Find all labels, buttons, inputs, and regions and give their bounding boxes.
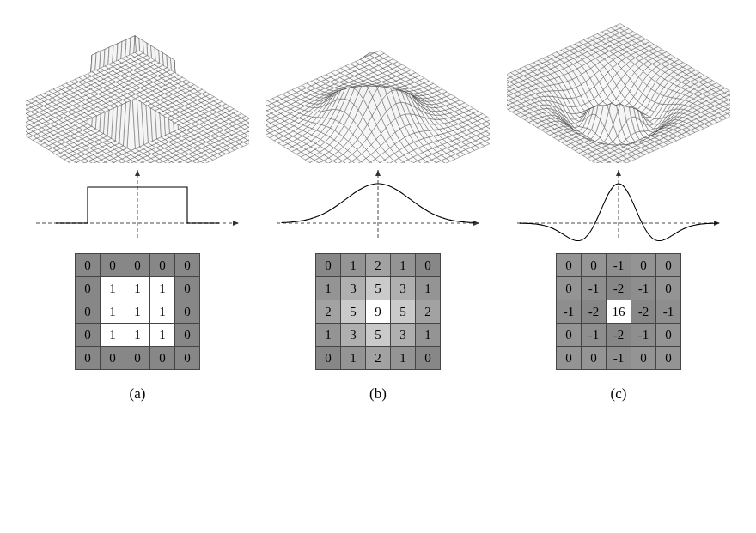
kernel-cell: 1 [341,347,366,370]
kernel-cell: -2 [607,277,631,300]
kernel-cell: 0 [656,254,681,277]
kernel-cell: 0 [175,300,200,324]
kernel-cell: 9 [366,300,391,324]
kernel-cell: 1 [316,277,341,300]
kernel-cell: 0 [557,254,582,277]
kernel-cell: 2 [416,300,441,324]
kernel-cell: 1 [125,277,150,300]
profile-plot-box [26,163,249,245]
kernel-cell: -1 [607,347,631,370]
kernel-cell: 0 [416,347,441,370]
kernel-cell: 0 [76,347,101,370]
kernel-cell: -1 [557,300,582,324]
kernel-cell: 1 [150,324,175,347]
kernel-cell: 0 [582,347,607,370]
kernel-cell: 5 [366,277,391,300]
kernel-cell: 0 [101,347,125,370]
kernel-cell: 1 [150,277,175,300]
kernel-cell: 1 [150,300,175,324]
kernel-cell: 5 [366,324,391,347]
panel-label-c: (c) [611,385,627,403]
kernel-matrix-a: 0000001110011100111000000 [75,253,200,370]
kernel-cell: 1 [341,254,366,277]
panel-b: 0121013531259521353101210 (b) [258,17,498,403]
kernel-cell: 16 [607,300,631,324]
surface-plot-box [26,17,249,163]
kernel-cell: 0 [175,347,200,370]
kernel-cell: 1 [416,277,441,300]
kernel-cell: 0 [101,254,125,277]
kernel-cell: 0 [631,347,656,370]
kernel-cell: 1 [125,324,150,347]
kernel-cell: -1 [582,277,607,300]
profile-plot-mexhat [507,163,730,245]
kernel-cell: 2 [366,254,391,277]
kernel-cell: -1 [631,324,656,347]
panel-c: 00-1000-1-2-10-1-216-2-10-1-2-1000-100 (… [498,17,739,403]
kernel-cell: 3 [341,277,366,300]
panel-a: 0000001110011100111000000 (a) [17,17,258,403]
kernel-cell: 1 [101,300,125,324]
kernel-cell: 0 [557,277,582,300]
kernel-cell: 3 [341,324,366,347]
kernel-cell: 0 [557,347,582,370]
surface-plot-gaussian [266,17,490,163]
kernel-cell: -1 [582,324,607,347]
kernel-cell: -2 [607,324,631,347]
figure-row: 0000001110011100111000000 (a) 0121013531… [17,17,739,403]
kernel-cell: 0 [416,254,441,277]
kernel-cell: -1 [656,300,681,324]
kernel-cell: 0 [175,254,200,277]
kernel-cell: 0 [316,347,341,370]
kernel-cell: -2 [631,300,656,324]
kernel-cell: 0 [316,254,341,277]
kernel-cell: 0 [175,277,200,300]
kernel-cell: 0 [76,324,101,347]
kernel-cell: 0 [150,254,175,277]
kernel-cell: 0 [76,300,101,324]
kernel-cell: -2 [582,300,607,324]
kernel-cell: 1 [101,277,125,300]
kernel-cell: 0 [631,254,656,277]
kernel-matrix-c: 00-1000-1-2-10-1-216-2-10-1-2-1000-100 [556,253,681,370]
kernel-cell: 5 [341,300,366,324]
kernel-cell: 3 [391,324,416,347]
surface-plot-mexhat [507,17,730,163]
kernel-cell: 1 [316,324,341,347]
kernel-cell: -1 [631,277,656,300]
kernel-cell: 0 [656,324,681,347]
kernel-cell: 3 [391,277,416,300]
kernel-cell: 0 [76,254,101,277]
kernel-cell: 1 [101,324,125,347]
kernel-cell: 0 [656,347,681,370]
kernel-cell: 2 [366,347,391,370]
kernel-cell: 0 [557,324,582,347]
kernel-cell: -1 [607,254,631,277]
kernel-cell: 0 [125,254,150,277]
kernel-cell: 0 [150,347,175,370]
panel-label-b: (b) [369,385,387,403]
kernel-cell: 0 [125,347,150,370]
kernel-cell: 0 [76,277,101,300]
kernel-cell: 1 [416,324,441,347]
panel-label-a: (a) [130,385,146,403]
profile-plot-gaussian [266,163,490,245]
kernel-cell: 1 [125,300,150,324]
kernel-matrix-b: 0121013531259521353101210 [315,253,441,370]
kernel-cell: 1 [391,254,416,277]
kernel-cell: 0 [582,254,607,277]
kernel-cell: 0 [175,324,200,347]
kernel-cell: 2 [316,300,341,324]
kernel-cell: 1 [391,347,416,370]
kernel-cell: 0 [656,277,681,300]
kernel-cell: 5 [391,300,416,324]
